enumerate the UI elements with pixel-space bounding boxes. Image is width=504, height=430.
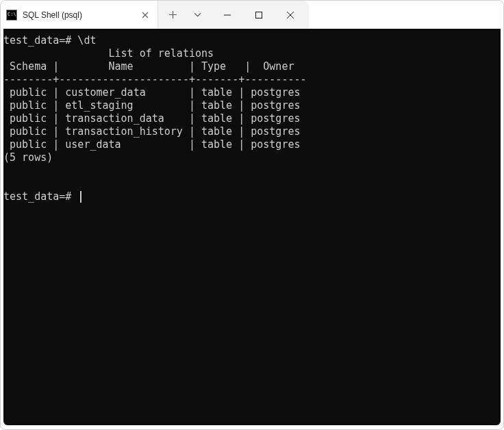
tab-close-button[interactable] (140, 10, 151, 21)
terminal-line (3, 164, 501, 177)
new-tab-button[interactable] (161, 4, 184, 26)
terminal-line: public | transaction_history | table | p… (3, 125, 501, 138)
plus-icon (169, 11, 177, 18)
terminal-line: public | etl_staging | table | postgres (3, 99, 501, 112)
cursor (80, 191, 81, 203)
maximize-icon (255, 12, 262, 18)
terminal-line: (5 rows) (3, 151, 501, 164)
tab-title: SQL Shell (psql) (23, 10, 134, 20)
window-close-button[interactable] (275, 12, 306, 18)
tab-sql-shell[interactable]: C:\. SQL Shell (psql) (1, 1, 158, 29)
terminal-line: --------+---------------------+-------+-… (3, 73, 501, 86)
terminal-prompt[interactable]: test_data=# (3, 190, 501, 203)
terminal-line: Schema | Name | Type | Owner (3, 60, 501, 73)
terminal-line: public | customer_data | table | postgre… (3, 86, 501, 99)
tab-area: C:\. SQL Shell (psql) (1, 1, 309, 29)
terminal-line: public | transaction_data | table | post… (3, 112, 501, 125)
terminal-line (3, 177, 501, 190)
close-icon (142, 12, 149, 18)
svg-rect-0 (256, 12, 262, 18)
window-controls (212, 12, 306, 18)
minimize-icon (224, 12, 231, 18)
terminal-line: test_data=# \dt (3, 34, 501, 47)
cmd-icon: C:\. (6, 10, 17, 21)
close-icon (287, 12, 294, 18)
terminal-output[interactable]: test_data=# \dt List of relations Schema… (3, 29, 501, 425)
tab-dropdown-button[interactable] (186, 4, 209, 26)
terminal-line: public | user_data | table | postgres (3, 138, 501, 151)
chevron-down-icon (194, 12, 201, 17)
minimize-button[interactable] (212, 12, 243, 18)
maximize-button[interactable] (243, 12, 275, 18)
terminal-line: List of relations (3, 47, 501, 60)
titlebar: C:\. SQL Shell (psql) (1, 1, 503, 29)
tab-actions (158, 1, 309, 29)
